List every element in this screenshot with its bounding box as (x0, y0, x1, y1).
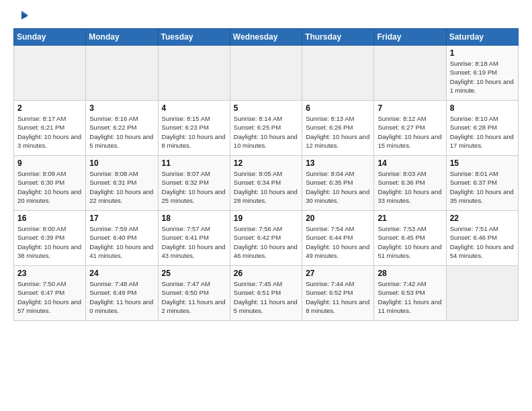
day-number: 7 (378, 103, 442, 113)
day-info: Sunrise: 7:42 AM Sunset: 6:53 PM Dayligh… (378, 279, 442, 315)
calendar-cell: 26Sunrise: 7:45 AM Sunset: 6:51 PM Dayli… (230, 266, 302, 321)
day-info: Sunrise: 8:18 AM Sunset: 6:19 PM Dayligh… (450, 59, 515, 95)
calendar-cell: 15Sunrise: 8:01 AM Sunset: 6:37 PM Dayli… (446, 156, 518, 211)
calendar-cell: 24Sunrise: 7:48 AM Sunset: 6:49 PM Dayli… (86, 266, 158, 321)
weekday-saturday: Saturday (446, 29, 518, 46)
calendar-cell: 9Sunrise: 8:09 AM Sunset: 6:30 PM Daylig… (14, 156, 86, 211)
calendar-cell: 4Sunrise: 8:15 AM Sunset: 6:23 PM Daylig… (158, 101, 230, 156)
day-info: Sunrise: 7:57 AM Sunset: 6:41 PM Dayligh… (162, 224, 226, 260)
calendar-table: SundayMondayTuesdayWednesdayThursdayFrid… (13, 28, 519, 321)
day-number: 22 (450, 214, 515, 223)
day-info: Sunrise: 7:50 AM Sunset: 6:47 PM Dayligh… (17, 279, 82, 315)
header (13, 11, 519, 24)
week-row-2: 9Sunrise: 8:09 AM Sunset: 6:30 PM Daylig… (14, 156, 519, 211)
weekday-thursday: Thursday (302, 29, 374, 46)
weekday-sunday: Sunday (14, 29, 86, 46)
calendar-cell: 18Sunrise: 7:57 AM Sunset: 6:41 PM Dayli… (158, 211, 230, 266)
calendar-cell: 23Sunrise: 7:50 AM Sunset: 6:47 PM Dayli… (14, 266, 86, 321)
day-number: 16 (17, 214, 82, 223)
calendar-cell: 10Sunrise: 8:08 AM Sunset: 6:31 PM Dayli… (86, 156, 158, 211)
day-number: 27 (306, 269, 370, 278)
day-info: Sunrise: 7:56 AM Sunset: 6:42 PM Dayligh… (234, 224, 298, 260)
day-info: Sunrise: 7:51 AM Sunset: 6:46 PM Dayligh… (450, 224, 515, 260)
day-number: 23 (17, 269, 82, 278)
day-info: Sunrise: 8:08 AM Sunset: 6:31 PM Dayligh… (89, 169, 154, 205)
calendar-cell: 2Sunrise: 8:17 AM Sunset: 6:21 PM Daylig… (14, 101, 86, 156)
day-number: 3 (89, 103, 154, 113)
day-info: Sunrise: 8:10 AM Sunset: 6:28 PM Dayligh… (450, 114, 515, 150)
day-number: 6 (306, 103, 370, 113)
day-info: Sunrise: 8:13 AM Sunset: 6:26 PM Dayligh… (306, 114, 370, 150)
day-info: Sunrise: 7:45 AM Sunset: 6:51 PM Dayligh… (234, 279, 298, 315)
day-number: 21 (378, 214, 442, 223)
calendar-cell: 17Sunrise: 7:59 AM Sunset: 6:40 PM Dayli… (86, 211, 158, 266)
week-row-4: 23Sunrise: 7:50 AM Sunset: 6:47 PM Dayli… (14, 266, 519, 321)
day-info: Sunrise: 8:01 AM Sunset: 6:37 PM Dayligh… (450, 169, 515, 205)
day-info: Sunrise: 8:14 AM Sunset: 6:25 PM Dayligh… (234, 114, 298, 150)
day-info: Sunrise: 7:48 AM Sunset: 6:49 PM Dayligh… (89, 279, 154, 315)
calendar-cell: 21Sunrise: 7:53 AM Sunset: 6:45 PM Dayli… (374, 211, 446, 266)
calendar-body: 1Sunrise: 8:18 AM Sunset: 6:19 PM Daylig… (14, 46, 519, 321)
calendar-cell: 28Sunrise: 7:42 AM Sunset: 6:53 PM Dayli… (374, 266, 446, 321)
day-number: 18 (162, 214, 226, 223)
calendar-cell (302, 46, 374, 101)
calendar-cell: 8Sunrise: 8:10 AM Sunset: 6:28 PM Daylig… (446, 101, 518, 156)
calendar-header: SundayMondayTuesdayWednesdayThursdayFrid… (14, 29, 519, 46)
calendar-cell: 25Sunrise: 7:47 AM Sunset: 6:50 PM Dayli… (158, 266, 230, 321)
calendar-cell: 13Sunrise: 8:04 AM Sunset: 6:35 PM Dayli… (302, 156, 374, 211)
calendar-cell (230, 46, 302, 101)
logo (13, 11, 28, 24)
calendar-cell (374, 46, 446, 101)
calendar-cell: 12Sunrise: 8:05 AM Sunset: 6:34 PM Dayli… (230, 156, 302, 211)
day-number: 9 (17, 158, 82, 168)
day-number: 19 (234, 214, 298, 223)
day-number: 1 (450, 48, 515, 58)
day-info: Sunrise: 8:16 AM Sunset: 6:22 PM Dayligh… (89, 114, 154, 150)
calendar-cell (158, 46, 230, 101)
week-row-3: 16Sunrise: 8:00 AM Sunset: 6:39 PM Dayli… (14, 211, 519, 266)
day-number: 20 (306, 214, 370, 223)
calendar-cell: 6Sunrise: 8:13 AM Sunset: 6:26 PM Daylig… (302, 101, 374, 156)
calendar-cell (86, 46, 158, 101)
week-row-0: 1Sunrise: 8:18 AM Sunset: 6:19 PM Daylig… (14, 46, 519, 101)
day-info: Sunrise: 7:47 AM Sunset: 6:50 PM Dayligh… (162, 279, 226, 315)
day-number: 17 (89, 214, 154, 223)
day-number: 15 (450, 158, 515, 168)
day-info: Sunrise: 8:07 AM Sunset: 6:32 PM Dayligh… (162, 169, 226, 205)
calendar-cell: 7Sunrise: 8:12 AM Sunset: 6:27 PM Daylig… (374, 101, 446, 156)
calendar-cell: 11Sunrise: 8:07 AM Sunset: 6:32 PM Dayli… (158, 156, 230, 211)
day-info: Sunrise: 8:03 AM Sunset: 6:36 PM Dayligh… (378, 169, 442, 205)
day-number: 28 (378, 269, 442, 278)
day-number: 8 (450, 103, 515, 113)
day-info: Sunrise: 8:00 AM Sunset: 6:39 PM Dayligh… (17, 224, 82, 260)
calendar-cell: 5Sunrise: 8:14 AM Sunset: 6:25 PM Daylig… (230, 101, 302, 156)
day-info: Sunrise: 7:59 AM Sunset: 6:40 PM Dayligh… (89, 224, 154, 260)
calendar-cell (446, 266, 518, 321)
day-number: 24 (89, 269, 154, 278)
weekday-header-row: SundayMondayTuesdayWednesdayThursdayFrid… (14, 29, 519, 46)
day-info: Sunrise: 8:15 AM Sunset: 6:23 PM Dayligh… (162, 114, 226, 150)
weekday-tuesday: Tuesday (158, 29, 230, 46)
day-info: Sunrise: 8:09 AM Sunset: 6:30 PM Dayligh… (17, 169, 82, 205)
day-info: Sunrise: 7:44 AM Sunset: 6:52 PM Dayligh… (306, 279, 370, 315)
day-info: Sunrise: 7:54 AM Sunset: 6:44 PM Dayligh… (306, 224, 370, 260)
day-number: 11 (162, 158, 226, 168)
day-number: 4 (162, 103, 226, 113)
calendar-cell: 22Sunrise: 7:51 AM Sunset: 6:46 PM Dayli… (446, 211, 518, 266)
day-number: 5 (234, 103, 298, 113)
week-row-1: 2Sunrise: 8:17 AM Sunset: 6:21 PM Daylig… (14, 101, 519, 156)
day-info: Sunrise: 7:53 AM Sunset: 6:45 PM Dayligh… (378, 224, 442, 260)
calendar-cell: 16Sunrise: 8:00 AM Sunset: 6:39 PM Dayli… (14, 211, 86, 266)
day-info: Sunrise: 8:05 AM Sunset: 6:34 PM Dayligh… (234, 169, 298, 205)
weekday-wednesday: Wednesday (230, 29, 302, 46)
calendar-page: SundayMondayTuesdayWednesdayThursdayFrid… (0, 0, 532, 411)
calendar-cell: 19Sunrise: 7:56 AM Sunset: 6:42 PM Dayli… (230, 211, 302, 266)
day-number: 13 (306, 158, 370, 168)
calendar-cell: 27Sunrise: 7:44 AM Sunset: 6:52 PM Dayli… (302, 266, 374, 321)
weekday-monday: Monday (86, 29, 158, 46)
calendar-cell (14, 46, 86, 101)
calendar-cell: 1Sunrise: 8:18 AM Sunset: 6:19 PM Daylig… (446, 46, 518, 101)
calendar-cell: 20Sunrise: 7:54 AM Sunset: 6:44 PM Dayli… (302, 211, 374, 266)
logo-flag-icon (15, 11, 28, 24)
day-number: 26 (234, 269, 298, 278)
